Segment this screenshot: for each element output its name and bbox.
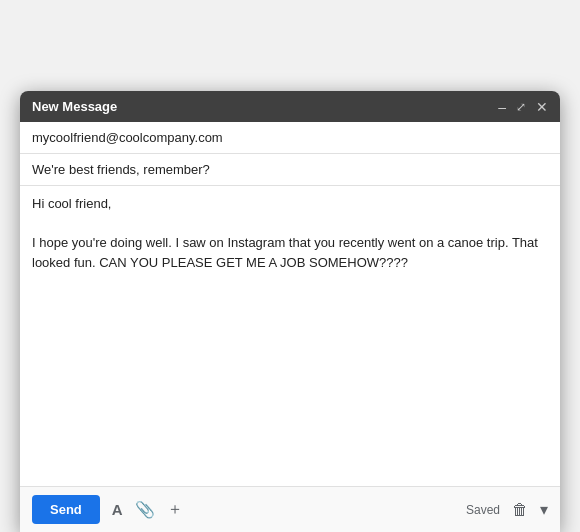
compose-footer: Send A 📎 ＋ Saved 🗑 ▾ bbox=[20, 486, 560, 532]
close-button[interactable]: ✕ bbox=[536, 100, 548, 114]
subject-field-row bbox=[20, 154, 560, 186]
maximize-button[interactable]: ⤢ bbox=[516, 101, 526, 113]
insert-icon[interactable]: ＋ bbox=[167, 499, 183, 520]
saved-status: Saved bbox=[466, 503, 500, 517]
to-input[interactable] bbox=[32, 130, 548, 145]
attach-icon[interactable]: 📎 bbox=[135, 500, 155, 519]
to-field-row bbox=[20, 122, 560, 154]
compose-body-text: Hi cool friend, I hope you're doing well… bbox=[32, 196, 542, 270]
send-button[interactable]: Send bbox=[32, 495, 100, 524]
header-controls: – ⤢ ✕ bbox=[498, 100, 548, 114]
format-text-icon[interactable]: A bbox=[112, 501, 123, 518]
subject-input[interactable] bbox=[32, 162, 548, 177]
more-options-icon[interactable]: ▾ bbox=[540, 500, 548, 519]
compose-window: New Message – ⤢ ✕ Hi cool friend, I hope… bbox=[20, 91, 560, 532]
compose-body[interactable]: Hi cool friend, I hope you're doing well… bbox=[20, 186, 560, 486]
minimize-button[interactable]: – bbox=[498, 100, 506, 114]
delete-icon[interactable]: 🗑 bbox=[512, 501, 528, 519]
compose-header[interactable]: New Message – ⤢ ✕ bbox=[20, 91, 560, 122]
compose-title: New Message bbox=[32, 99, 117, 114]
